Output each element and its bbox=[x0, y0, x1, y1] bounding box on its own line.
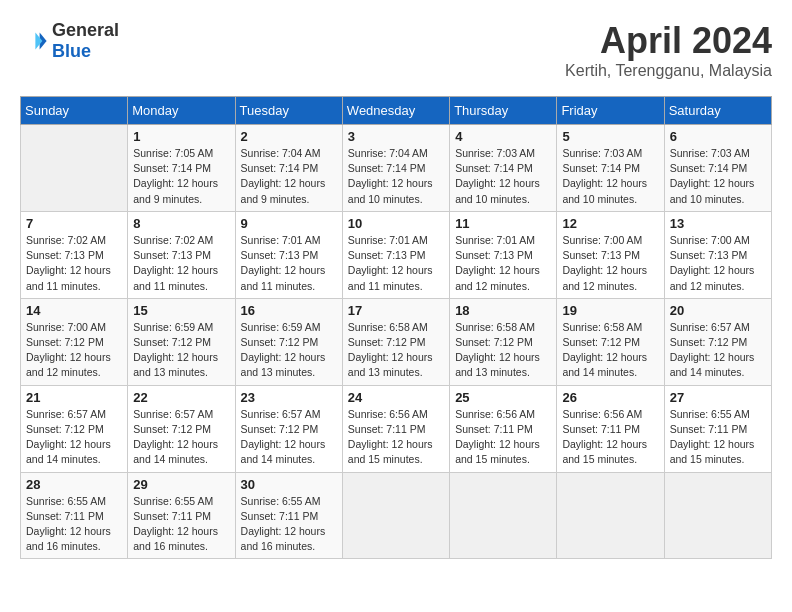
week-row-1: 1Sunrise: 7:05 AMSunset: 7:14 PMDaylight… bbox=[21, 125, 772, 212]
day-number: 17 bbox=[348, 303, 444, 318]
day-info: Sunrise: 6:56 AMSunset: 7:11 PMDaylight:… bbox=[562, 407, 658, 468]
header-cell-friday: Friday bbox=[557, 97, 664, 125]
day-number: 16 bbox=[241, 303, 337, 318]
day-info: Sunrise: 7:00 AMSunset: 7:12 PMDaylight:… bbox=[26, 320, 122, 381]
day-info: Sunrise: 7:03 AMSunset: 7:14 PMDaylight:… bbox=[670, 146, 766, 207]
day-cell: 23Sunrise: 6:57 AMSunset: 7:12 PMDayligh… bbox=[235, 385, 342, 472]
logo: General Blue bbox=[20, 20, 119, 62]
day-cell: 6Sunrise: 7:03 AMSunset: 7:14 PMDaylight… bbox=[664, 125, 771, 212]
day-cell: 11Sunrise: 7:01 AMSunset: 7:13 PMDayligh… bbox=[450, 211, 557, 298]
day-info: Sunrise: 6:57 AMSunset: 7:12 PMDaylight:… bbox=[241, 407, 337, 468]
day-info: Sunrise: 7:05 AMSunset: 7:14 PMDaylight:… bbox=[133, 146, 229, 207]
day-number: 15 bbox=[133, 303, 229, 318]
logo-general: General bbox=[52, 20, 119, 41]
day-info: Sunrise: 7:04 AMSunset: 7:14 PMDaylight:… bbox=[241, 146, 337, 207]
day-info: Sunrise: 6:55 AMSunset: 7:11 PMDaylight:… bbox=[241, 494, 337, 555]
day-number: 20 bbox=[670, 303, 766, 318]
day-info: Sunrise: 6:56 AMSunset: 7:11 PMDaylight:… bbox=[455, 407, 551, 468]
day-info: Sunrise: 7:03 AMSunset: 7:14 PMDaylight:… bbox=[455, 146, 551, 207]
logo-blue: Blue bbox=[52, 41, 119, 62]
week-row-4: 21Sunrise: 6:57 AMSunset: 7:12 PMDayligh… bbox=[21, 385, 772, 472]
header-cell-sunday: Sunday bbox=[21, 97, 128, 125]
day-number: 1 bbox=[133, 129, 229, 144]
week-row-2: 7Sunrise: 7:02 AMSunset: 7:13 PMDaylight… bbox=[21, 211, 772, 298]
day-number: 14 bbox=[26, 303, 122, 318]
day-number: 23 bbox=[241, 390, 337, 405]
day-info: Sunrise: 6:56 AMSunset: 7:11 PMDaylight:… bbox=[348, 407, 444, 468]
day-info: Sunrise: 7:02 AMSunset: 7:13 PMDaylight:… bbox=[26, 233, 122, 294]
day-cell: 9Sunrise: 7:01 AMSunset: 7:13 PMDaylight… bbox=[235, 211, 342, 298]
day-cell: 18Sunrise: 6:58 AMSunset: 7:12 PMDayligh… bbox=[450, 298, 557, 385]
title-block: April 2024 Kertih, Terengganu, Malaysia bbox=[565, 20, 772, 80]
day-cell: 3Sunrise: 7:04 AMSunset: 7:14 PMDaylight… bbox=[342, 125, 449, 212]
day-number: 24 bbox=[348, 390, 444, 405]
day-number: 6 bbox=[670, 129, 766, 144]
header-cell-wednesday: Wednesday bbox=[342, 97, 449, 125]
day-cell: 21Sunrise: 6:57 AMSunset: 7:12 PMDayligh… bbox=[21, 385, 128, 472]
header-cell-monday: Monday bbox=[128, 97, 235, 125]
day-number: 22 bbox=[133, 390, 229, 405]
day-number: 19 bbox=[562, 303, 658, 318]
day-info: Sunrise: 7:04 AMSunset: 7:14 PMDaylight:… bbox=[348, 146, 444, 207]
week-row-5: 28Sunrise: 6:55 AMSunset: 7:11 PMDayligh… bbox=[21, 472, 772, 559]
day-cell: 25Sunrise: 6:56 AMSunset: 7:11 PMDayligh… bbox=[450, 385, 557, 472]
day-cell: 20Sunrise: 6:57 AMSunset: 7:12 PMDayligh… bbox=[664, 298, 771, 385]
day-info: Sunrise: 6:57 AMSunset: 7:12 PMDaylight:… bbox=[670, 320, 766, 381]
day-number: 25 bbox=[455, 390, 551, 405]
day-number: 3 bbox=[348, 129, 444, 144]
page-header: General Blue April 2024 Kertih, Terengga… bbox=[20, 20, 772, 80]
day-number: 29 bbox=[133, 477, 229, 492]
day-info: Sunrise: 6:57 AMSunset: 7:12 PMDaylight:… bbox=[133, 407, 229, 468]
day-cell: 13Sunrise: 7:00 AMSunset: 7:13 PMDayligh… bbox=[664, 211, 771, 298]
day-cell: 29Sunrise: 6:55 AMSunset: 7:11 PMDayligh… bbox=[128, 472, 235, 559]
day-cell: 4Sunrise: 7:03 AMSunset: 7:14 PMDaylight… bbox=[450, 125, 557, 212]
day-info: Sunrise: 6:59 AMSunset: 7:12 PMDaylight:… bbox=[241, 320, 337, 381]
header-cell-thursday: Thursday bbox=[450, 97, 557, 125]
day-info: Sunrise: 7:00 AMSunset: 7:13 PMDaylight:… bbox=[670, 233, 766, 294]
day-cell: 1Sunrise: 7:05 AMSunset: 7:14 PMDaylight… bbox=[128, 125, 235, 212]
day-cell bbox=[342, 472, 449, 559]
day-number: 18 bbox=[455, 303, 551, 318]
header-row: SundayMondayTuesdayWednesdayThursdayFrid… bbox=[21, 97, 772, 125]
day-cell bbox=[557, 472, 664, 559]
day-cell: 8Sunrise: 7:02 AMSunset: 7:13 PMDaylight… bbox=[128, 211, 235, 298]
day-cell: 10Sunrise: 7:01 AMSunset: 7:13 PMDayligh… bbox=[342, 211, 449, 298]
day-info: Sunrise: 6:59 AMSunset: 7:12 PMDaylight:… bbox=[133, 320, 229, 381]
day-number: 30 bbox=[241, 477, 337, 492]
day-cell: 15Sunrise: 6:59 AMSunset: 7:12 PMDayligh… bbox=[128, 298, 235, 385]
calendar-table: SundayMondayTuesdayWednesdayThursdayFrid… bbox=[20, 96, 772, 559]
day-number: 28 bbox=[26, 477, 122, 492]
day-cell: 22Sunrise: 6:57 AMSunset: 7:12 PMDayligh… bbox=[128, 385, 235, 472]
day-info: Sunrise: 7:01 AMSunset: 7:13 PMDaylight:… bbox=[455, 233, 551, 294]
day-number: 8 bbox=[133, 216, 229, 231]
day-cell: 24Sunrise: 6:56 AMSunset: 7:11 PMDayligh… bbox=[342, 385, 449, 472]
week-row-3: 14Sunrise: 7:00 AMSunset: 7:12 PMDayligh… bbox=[21, 298, 772, 385]
day-number: 21 bbox=[26, 390, 122, 405]
month-title: April 2024 bbox=[565, 20, 772, 62]
location: Kertih, Terengganu, Malaysia bbox=[565, 62, 772, 80]
day-info: Sunrise: 6:57 AMSunset: 7:12 PMDaylight:… bbox=[26, 407, 122, 468]
day-cell: 14Sunrise: 7:00 AMSunset: 7:12 PMDayligh… bbox=[21, 298, 128, 385]
day-cell bbox=[450, 472, 557, 559]
day-cell: 5Sunrise: 7:03 AMSunset: 7:14 PMDaylight… bbox=[557, 125, 664, 212]
logo-icon bbox=[20, 27, 48, 55]
day-cell bbox=[21, 125, 128, 212]
day-number: 13 bbox=[670, 216, 766, 231]
day-cell: 30Sunrise: 6:55 AMSunset: 7:11 PMDayligh… bbox=[235, 472, 342, 559]
day-info: Sunrise: 7:02 AMSunset: 7:13 PMDaylight:… bbox=[133, 233, 229, 294]
header-cell-tuesday: Tuesday bbox=[235, 97, 342, 125]
day-number: 12 bbox=[562, 216, 658, 231]
day-number: 7 bbox=[26, 216, 122, 231]
day-info: Sunrise: 6:58 AMSunset: 7:12 PMDaylight:… bbox=[348, 320, 444, 381]
day-number: 11 bbox=[455, 216, 551, 231]
day-number: 27 bbox=[670, 390, 766, 405]
day-info: Sunrise: 7:00 AMSunset: 7:13 PMDaylight:… bbox=[562, 233, 658, 294]
day-number: 4 bbox=[455, 129, 551, 144]
day-cell: 27Sunrise: 6:55 AMSunset: 7:11 PMDayligh… bbox=[664, 385, 771, 472]
day-cell: 16Sunrise: 6:59 AMSunset: 7:12 PMDayligh… bbox=[235, 298, 342, 385]
day-cell: 19Sunrise: 6:58 AMSunset: 7:12 PMDayligh… bbox=[557, 298, 664, 385]
day-info: Sunrise: 6:55 AMSunset: 7:11 PMDaylight:… bbox=[670, 407, 766, 468]
day-info: Sunrise: 6:58 AMSunset: 7:12 PMDaylight:… bbox=[455, 320, 551, 381]
day-cell: 17Sunrise: 6:58 AMSunset: 7:12 PMDayligh… bbox=[342, 298, 449, 385]
logo-text: General Blue bbox=[52, 20, 119, 62]
